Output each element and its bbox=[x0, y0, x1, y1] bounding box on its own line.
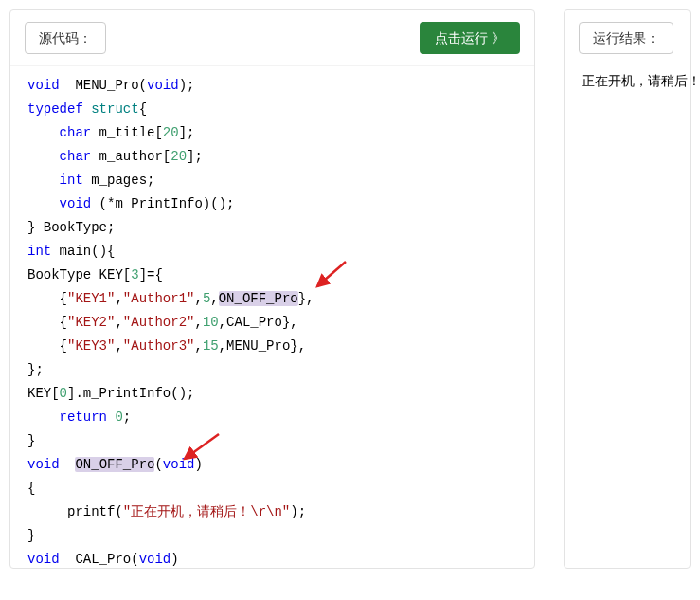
main-container: 源代码： 点击运行 》 void MENU_Pro(void);typedef … bbox=[9, 9, 691, 569]
code-line: KEY[0].m_PrintInfo(); bbox=[27, 382, 530, 406]
code-line: }; bbox=[27, 358, 530, 382]
code-line: { bbox=[27, 477, 530, 500]
result-header: 运行结果： bbox=[565, 10, 690, 65]
code-line: char m_author[20]; bbox=[27, 145, 530, 169]
result-output: 正在开机，请稍后！ bbox=[565, 65, 690, 98]
code-line: char m_title[20]; bbox=[27, 121, 530, 145]
run-button[interactable]: 点击运行 》 bbox=[420, 22, 520, 54]
code-line: typedef struct{ bbox=[27, 98, 530, 121]
result-label: 运行结果： bbox=[579, 22, 673, 54]
code-line: {"KEY1","Author1",5,ON_OFF_Pro}, bbox=[27, 287, 530, 311]
result-panel: 运行结果： 正在开机，请稍后！ bbox=[564, 9, 691, 569]
highlight-on-off-pro-1: ON_OFF_Pro bbox=[219, 291, 298, 306]
highlight-on-off-pro-2: ON_OFF_Pro bbox=[75, 457, 154, 472]
code-line: int main(){ bbox=[27, 240, 530, 264]
source-panel: 源代码： 点击运行 》 void MENU_Pro(void);typedef … bbox=[9, 9, 535, 569]
code-line: {"KEY3","Author3",15,MENU_Pro}, bbox=[27, 335, 530, 358]
code-line: } bbox=[27, 524, 530, 548]
code-line: } BookType; bbox=[27, 216, 530, 240]
source-label: 源代码： bbox=[25, 22, 106, 54]
code-line: void (*m_PrintInfo)(); bbox=[27, 192, 530, 216]
code-line: } bbox=[27, 429, 530, 453]
code-line: BookType KEY[3]={ bbox=[27, 264, 530, 287]
code-line: void CAL_Pro(void) bbox=[27, 548, 530, 568]
code-line: {"KEY2","Author2",10,CAL_Pro}, bbox=[27, 311, 530, 335]
code-line: void ON_OFF_Pro(void) bbox=[27, 453, 530, 477]
code-line: void MENU_Pro(void); bbox=[27, 74, 530, 98]
source-header: 源代码： 点击运行 》 bbox=[10, 10, 534, 65]
code-line: int m_pages; bbox=[27, 169, 530, 192]
code-editor[interactable]: void MENU_Pro(void);typedef struct{ char… bbox=[10, 65, 534, 568]
code-line: printf("正在开机，请稍后！\r\n"); bbox=[27, 500, 530, 524]
code-line: return 0; bbox=[27, 406, 530, 429]
